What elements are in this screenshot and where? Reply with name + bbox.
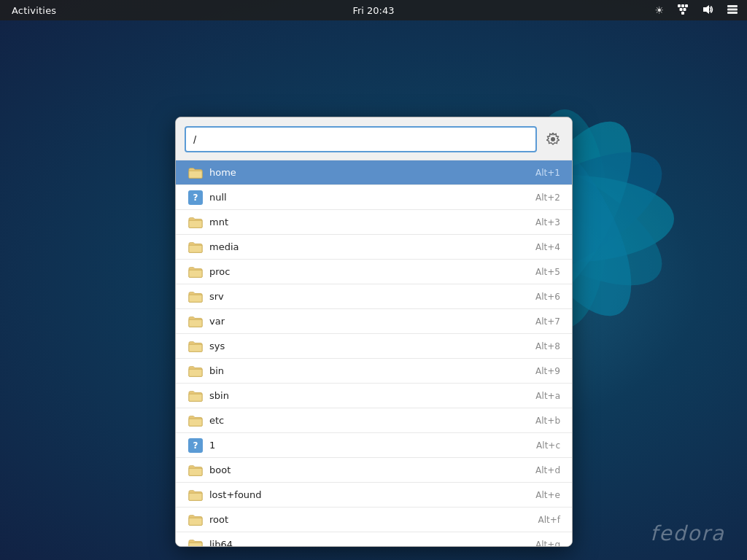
- file-name-label: var: [209, 316, 535, 327]
- folder-icon: [187, 413, 204, 429]
- activities-button[interactable]: Activities: [6, 4, 62, 18]
- folder-icon: [187, 289, 204, 305]
- file-name-label: root: [209, 514, 538, 525]
- keyboard-shortcut: Alt+f: [538, 515, 560, 525]
- list-item[interactable]: procAlt+5: [176, 259, 572, 284]
- svg-rect-14: [685, 4, 688, 7]
- keyboard-shortcut: Alt+3: [535, 217, 560, 228]
- list-item[interactable]: varAlt+7: [176, 308, 572, 333]
- topbar-right: ☀: [651, 3, 741, 18]
- file-name-label: home: [209, 167, 535, 178]
- svg-rect-16: [684, 8, 686, 11]
- keyboard-shortcut: Alt+5: [535, 267, 560, 277]
- svg-marker-18: [703, 5, 709, 14]
- keyboard-shortcut: Alt+d: [535, 465, 560, 475]
- keyboard-shortcut: Alt+b: [535, 416, 560, 426]
- keyboard-shortcut: Alt+6: [535, 292, 560, 302]
- folder-icon: [187, 487, 204, 503]
- keyboard-shortcut: Alt+e: [535, 490, 560, 500]
- file-name-label: boot: [209, 464, 535, 475]
- fedora-logo: fedora: [650, 521, 725, 545]
- folder-icon: [187, 239, 204, 255]
- list-item[interactable]: homeAlt+1: [176, 160, 572, 184]
- unknown-type-icon: ?: [188, 190, 203, 205]
- file-name-label: bin: [209, 365, 535, 376]
- list-item[interactable]: mntAlt+3: [176, 209, 572, 234]
- file-name-label: mnt: [209, 217, 535, 228]
- svg-rect-19: [727, 5, 738, 7]
- volume-icon[interactable]: [699, 3, 716, 18]
- folder-icon: [187, 512, 204, 528]
- network-icon[interactable]: [674, 3, 692, 18]
- keyboard-shortcut: Alt+9: [535, 366, 560, 376]
- folder-icon: [187, 537, 204, 547]
- unknown-icon: ?: [187, 190, 204, 206]
- file-name-label: srv: [209, 291, 535, 302]
- folder-icon: [187, 264, 204, 280]
- topbar: Activities Fri 20:43 ☀: [0, 0, 747, 20]
- path-input-row: [176, 117, 572, 160]
- file-chooser-dialog: homeAlt+1?nullAlt+2 mntAlt+3 mediaAlt+4 …: [175, 117, 573, 547]
- list-item[interactable]: lib64Alt+g: [176, 532, 572, 546]
- unknown-icon: ?: [187, 438, 204, 454]
- keyboard-shortcut: Alt+4: [535, 242, 560, 252]
- file-name-label: proc: [209, 266, 535, 277]
- folder-icon: [187, 388, 204, 404]
- keyboard-shortcut: Alt+1: [535, 168, 560, 178]
- folder-icon: [187, 338, 204, 354]
- svg-rect-15: [680, 8, 683, 11]
- list-item[interactable]: etcAlt+b: [176, 408, 572, 432]
- file-name-label: lib64: [209, 539, 535, 546]
- keyboard-shortcut: Alt+c: [536, 440, 560, 451]
- file-name-label: sys: [209, 341, 535, 351]
- folder-icon: [187, 314, 204, 330]
- svg-rect-20: [727, 8, 738, 10]
- unknown-type-icon: ?: [188, 438, 203, 453]
- file-name-label: lost+found: [209, 489, 535, 500]
- path-input[interactable]: [185, 126, 537, 152]
- file-name-label: media: [209, 241, 535, 252]
- list-item[interactable]: srvAlt+6: [176, 284, 572, 308]
- brightness-icon[interactable]: ☀: [651, 3, 667, 18]
- topbar-left: Activities: [6, 4, 62, 18]
- file-name-label: null: [209, 192, 535, 203]
- file-name-label: etc: [209, 415, 535, 426]
- list-item[interactable]: ?nullAlt+2: [176, 184, 572, 209]
- system-menu-icon[interactable]: [724, 3, 741, 18]
- list-item[interactable]: bootAlt+d: [176, 457, 572, 482]
- list-item[interactable]: ?1Alt+c: [176, 432, 572, 457]
- list-item[interactable]: mediaAlt+4: [176, 234, 572, 259]
- folder-icon: [187, 165, 204, 181]
- keyboard-shortcut: Alt+a: [535, 391, 560, 401]
- list-item[interactable]: binAlt+9: [176, 358, 572, 383]
- file-name-label: 1: [209, 440, 536, 451]
- list-item[interactable]: sbinAlt+a: [176, 383, 572, 408]
- keyboard-shortcut: Alt+8: [535, 341, 560, 351]
- file-name-label: sbin: [209, 390, 535, 401]
- svg-rect-21: [727, 12, 738, 14]
- folder-icon: [187, 462, 204, 478]
- folder-icon: [187, 214, 204, 230]
- list-item[interactable]: sysAlt+8: [176, 333, 572, 358]
- svg-rect-17: [681, 12, 684, 15]
- keyboard-shortcut: Alt+2: [535, 192, 560, 203]
- list-item[interactable]: rootAlt+f: [176, 507, 572, 532]
- folder-icon: [187, 363, 204, 379]
- list-item[interactable]: lost+foundAlt+e: [176, 482, 572, 507]
- topbar-datetime: Fri 20:43: [352, 5, 394, 16]
- settings-gear-button[interactable]: [543, 129, 563, 149]
- file-list: homeAlt+1?nullAlt+2 mntAlt+3 mediaAlt+4 …: [176, 160, 572, 546]
- keyboard-shortcut: Alt+7: [535, 316, 560, 327]
- svg-rect-12: [678, 4, 681, 7]
- keyboard-shortcut: Alt+g: [535, 540, 560, 547]
- svg-rect-13: [681, 4, 684, 7]
